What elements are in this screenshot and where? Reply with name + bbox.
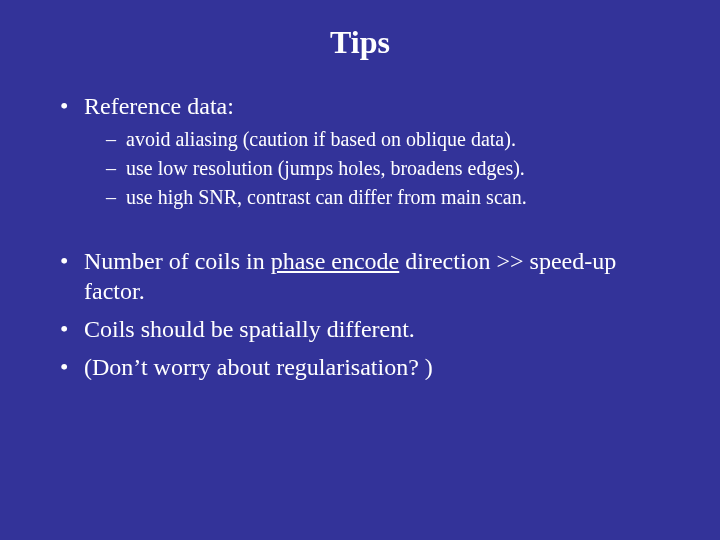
slide-content: Reference data: avoid aliasing (caution … [0,61,720,382]
bullet-text-pre: Number of coils in [84,248,271,274]
sub-bullet: use low resolution (jumps holes, broaden… [106,156,670,181]
sub-bullet-text: use low resolution (jumps holes, broaden… [126,157,525,179]
bullet-text: (Don’t worry about regularisation? ) [84,354,433,380]
bullet-coils-spatial: Coils should be spatially different. [60,314,670,344]
slide-title: Tips [0,0,720,61]
sub-bullet: avoid aliasing (caution if based on obli… [106,127,670,152]
bullet-list-2: Number of coils in phase encode directio… [60,246,670,382]
sub-bullet: use high SNR, contrast can differ from m… [106,185,670,210]
bullet-reference-data: Reference data: avoid aliasing (caution … [60,91,670,210]
spacer [60,218,670,246]
bullet-text: Reference data: [84,93,234,119]
sub-bullet-text: use high SNR, contrast can differ from m… [126,186,527,208]
slide: Tips Reference data: avoid aliasing (cau… [0,0,720,540]
bullet-num-coils: Number of coils in phase encode directio… [60,246,670,306]
sub-bullet-list: avoid aliasing (caution if based on obli… [106,127,670,210]
bullet-text-underline: phase encode [271,248,400,274]
bullet-list: Reference data: avoid aliasing (caution … [60,91,670,210]
sub-bullet-text: avoid aliasing (caution if based on obli… [126,128,516,150]
bullet-regularisation: (Don’t worry about regularisation? ) [60,352,670,382]
bullet-text: Coils should be spatially different. [84,316,415,342]
